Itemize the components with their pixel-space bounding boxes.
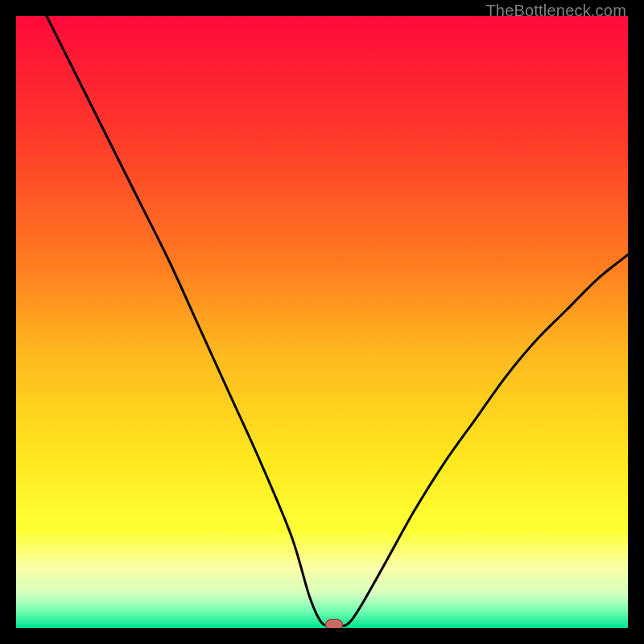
curve-layer [16,16,628,628]
optimal-point-marker [325,619,343,628]
attribution-text: TheBottleneck.com [485,2,626,20]
chart-frame: TheBottleneck.com [0,0,644,644]
bottleneck-curve [47,16,628,626]
plot-area [16,16,628,628]
